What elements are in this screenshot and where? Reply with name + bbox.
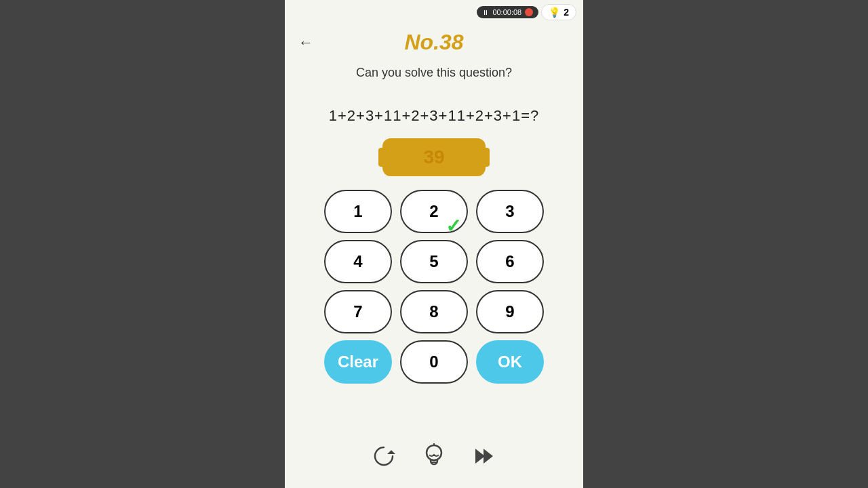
hint-count: 2 xyxy=(564,7,569,18)
puzzle-title: No.38 xyxy=(404,30,463,55)
key-5[interactable]: 5 xyxy=(400,240,468,283)
pause-icon[interactable]: ⏸ xyxy=(482,9,489,16)
svg-marker-4 xyxy=(475,449,485,464)
key-7[interactable]: 7 xyxy=(324,290,392,333)
hint-bulb-icon xyxy=(422,443,446,470)
svg-marker-5 xyxy=(484,449,493,464)
bulb-icon: 💡 xyxy=(549,7,560,18)
key-3[interactable]: 3 xyxy=(476,190,544,233)
svg-point-1 xyxy=(427,445,441,460)
keypad-row-1: 1 2 ✓ 3 xyxy=(324,190,544,233)
answer-value: 39 xyxy=(423,146,444,167)
keypad: 1 2 ✓ 3 4 5 6 7 8 9 Clear 0 OK xyxy=(324,190,544,384)
right-overlay xyxy=(583,0,868,488)
left-overlay xyxy=(0,0,285,488)
question-text: Can you solve this question? xyxy=(356,66,512,80)
record-button[interactable] xyxy=(525,8,533,16)
key-8[interactable]: 8 xyxy=(400,290,468,333)
bottom-toolbar xyxy=(372,432,496,488)
restart-button[interactable] xyxy=(372,445,395,472)
phone-screen: ⏸ 00:00:08 💡 2 ← No.38 Can you solve thi… xyxy=(285,0,583,488)
key-6[interactable]: 6 xyxy=(476,240,544,283)
back-button[interactable]: ← xyxy=(298,34,313,52)
key-4[interactable]: 4 xyxy=(324,240,392,283)
skip-button[interactable] xyxy=(473,445,496,472)
restart-icon xyxy=(372,445,395,468)
key-1[interactable]: 1 xyxy=(324,190,392,233)
clear-button[interactable]: Clear xyxy=(324,340,392,384)
hint-button[interactable] xyxy=(422,443,446,474)
keypad-row-2: 4 5 6 xyxy=(324,240,544,283)
keypad-row-4: Clear 0 OK xyxy=(324,340,544,384)
key-0[interactable]: 0 xyxy=(400,340,468,384)
equation: 1+2+3+11+2+3+11+2+3+1=? xyxy=(329,107,540,125)
header: ← No.38 xyxy=(285,24,583,60)
recording-controls: ⏸ 00:00:08 xyxy=(477,6,538,18)
status-bar: ⏸ 00:00:08 💡 2 xyxy=(285,0,583,24)
key-2[interactable]: 2 ✓ xyxy=(400,190,468,233)
svg-marker-0 xyxy=(387,450,395,454)
checkmark-icon: ✓ xyxy=(446,215,461,237)
ok-button[interactable]: OK xyxy=(476,340,544,384)
key-9[interactable]: 9 xyxy=(476,290,544,333)
keypad-row-3: 7 8 9 xyxy=(324,290,544,333)
timer: 00:00:08 xyxy=(492,8,521,16)
skip-icon xyxy=(473,445,496,468)
hint-badge: 💡 2 xyxy=(541,4,576,20)
answer-display: 39 xyxy=(382,138,485,176)
